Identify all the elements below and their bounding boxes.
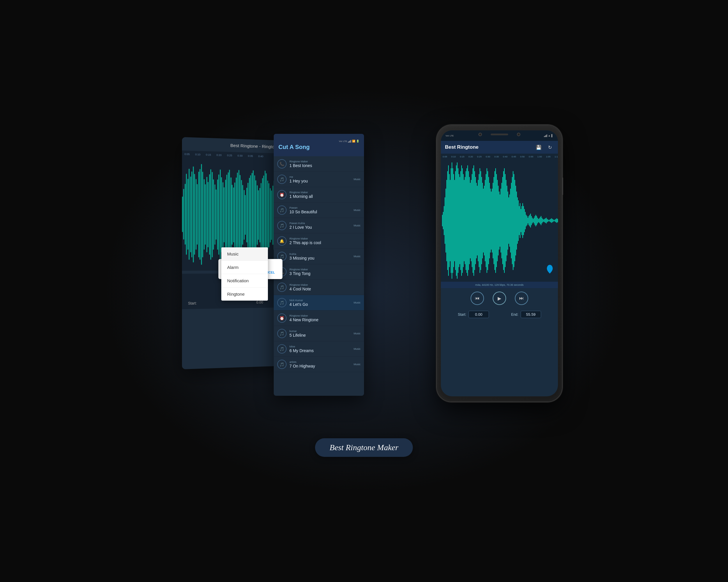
song-list-item[interactable]: 🎵 Kulria 3 Missing you Music xyxy=(274,249,364,264)
phone-end-input[interactable]: 55.59 xyxy=(521,311,541,318)
waveform-bar xyxy=(197,184,198,245)
waveform-bar xyxy=(497,180,498,261)
waveform-bar xyxy=(530,214,531,227)
waveform-bar xyxy=(224,187,225,242)
phone-play-button[interactable]: ▶ xyxy=(493,292,506,305)
phone-app-title: Best Ringtone xyxy=(445,144,478,150)
song-list-item[interactable]: 📞 Ringtone Maker 3 Ting Tong xyxy=(274,264,364,280)
song-list-item[interactable]: ⏰ Ringtone Maker 4 New Ringtone xyxy=(274,310,364,326)
song-maker: Mine xyxy=(289,345,352,348)
waveform-bar xyxy=(246,188,247,242)
waveform-bar xyxy=(555,219,555,222)
waveform-bar xyxy=(452,168,453,273)
waveform-bar xyxy=(495,168,496,273)
song-info: Nick Kumar 4 Let's Go xyxy=(289,299,352,307)
song-name: 3 Missing you xyxy=(289,256,352,260)
waveform-bar xyxy=(509,194,510,247)
song-type: Music xyxy=(354,255,361,258)
waveform-bar xyxy=(510,189,511,253)
song-icon: 🎵 xyxy=(277,360,287,369)
proximity-sensor xyxy=(517,133,520,136)
phone-waveform-area xyxy=(441,160,558,282)
waveform-bar xyxy=(451,168,451,273)
waveform-bar xyxy=(258,190,259,240)
song-list-item[interactable]: 🎵 Ringtone Maker 4 Cool Note xyxy=(274,280,364,295)
song-maker: Ringtone Maker xyxy=(289,283,359,286)
waveform-bar xyxy=(541,216,541,225)
back-start-value: 0.00 xyxy=(256,300,263,304)
waveform-bar xyxy=(492,189,492,253)
phone-prev-button[interactable]: ⏮ xyxy=(471,292,484,305)
battery-icon: 🔋 xyxy=(356,140,359,143)
waveform-bar xyxy=(447,171,448,270)
waveform-bar xyxy=(488,177,489,264)
waveform-bar xyxy=(457,162,458,279)
waveform-bar xyxy=(255,181,256,250)
phone-body: Vol LTE xyxy=(437,125,562,401)
bottom-label-container: Best Ringtone Maker xyxy=(315,438,413,457)
waveform-bar xyxy=(516,192,517,250)
waveform-bar xyxy=(534,218,535,223)
waveform-bar xyxy=(265,170,266,259)
dropdown-item-music[interactable]: Music xyxy=(221,247,268,261)
waveform-bar xyxy=(502,177,503,264)
dropdown-item-ringtone[interactable]: Ringtone xyxy=(221,287,268,301)
song-maker: Pawan xyxy=(289,206,352,209)
waveform-bar xyxy=(519,206,520,235)
song-list-item[interactable]: 🎵 me 1 Hey you Music xyxy=(274,172,364,187)
song-info: Kulria 3 Missing you xyxy=(289,253,352,260)
phone-header-icons: 💾 ↻ xyxy=(535,143,554,151)
song-list-item[interactable]: 🎵 artists 7 On Highway Music xyxy=(274,357,364,372)
song-list-item[interactable]: 🎵 Mine 6 My Dreams Music xyxy=(274,341,364,357)
phone-start-input[interactable]: 0.00 xyxy=(469,311,489,318)
waveform-bar xyxy=(453,174,454,267)
playhead-marker[interactable] xyxy=(547,265,553,273)
waveform-bar xyxy=(511,183,512,258)
dropdown-item-alarm[interactable]: Alarm xyxy=(221,261,268,274)
phone-status-left: Vol LTE xyxy=(445,134,454,137)
song-icon: 🎵 xyxy=(277,282,287,292)
waveform-bar xyxy=(521,209,521,232)
song-list-item[interactable]: ⏰ Ringtone Maker 1 Morning all xyxy=(274,187,364,202)
song-list-item[interactable]: 🔔 Ringtone Maker 2 This app is cool xyxy=(274,233,364,249)
waveform-bar xyxy=(542,218,542,223)
waveform-bar xyxy=(267,181,268,250)
bottom-label-text: Best Ringtone Maker xyxy=(330,443,398,452)
waveform-bar xyxy=(496,174,497,267)
phone-refresh-icon[interactable]: ↻ xyxy=(546,143,554,151)
phone-screen: Vol LTE xyxy=(441,130,558,396)
waveform-bar xyxy=(450,180,450,261)
waveform-bar xyxy=(205,184,206,244)
song-list-item[interactable]: 🎵 Pawan Kulria 2 I Love You Music xyxy=(274,218,364,233)
phone-camera-area xyxy=(478,133,520,136)
waveform-bar xyxy=(216,189,217,240)
waveform-bar xyxy=(472,174,472,267)
song-maker: me xyxy=(289,175,352,178)
phone-file-info: m4a, 44100 Hz, 129 kbps, 70.36 seconds xyxy=(441,282,558,288)
phone-next-button[interactable]: ⏭ xyxy=(515,292,528,305)
waveform-bar xyxy=(466,171,466,270)
waveform-bar xyxy=(484,186,485,255)
waveform-bar xyxy=(262,178,263,252)
phone-save-icon[interactable]: 💾 xyxy=(535,143,543,151)
waveform-bar xyxy=(500,194,500,247)
song-info: artists 7 On Highway xyxy=(289,361,352,368)
dropdown-item-notification[interactable]: Notification xyxy=(221,274,268,287)
song-maker: Ringtone Maker xyxy=(289,237,359,240)
song-list-item[interactable]: 🎵 Nick Kumar 4 Let's Go Music xyxy=(274,295,364,310)
song-list-item[interactable]: 🎵 Pawan 10 So Beautiful Music xyxy=(274,202,364,218)
waveform-bar xyxy=(458,168,458,273)
song-maker: artists xyxy=(289,361,352,363)
waveform-bar xyxy=(253,170,254,259)
song-list-item[interactable]: 📞 Ringtone Maker 1 Best tones xyxy=(274,156,364,172)
song-info: Pawan 10 So Beautiful xyxy=(289,206,352,214)
waveform-bar xyxy=(443,212,443,229)
waveform-bar xyxy=(480,171,481,270)
waveform-bar xyxy=(193,166,193,262)
waveform-bar xyxy=(467,165,468,276)
middle-screen: Vol LTE 📶 🔋 Cut A Song 📞 Ringtone Maker xyxy=(274,134,364,396)
waveform-bar xyxy=(551,218,552,223)
song-maker: Ringtone Maker xyxy=(289,314,359,317)
song-list-item[interactable]: 🎵 kumar 5 Lifeline Music xyxy=(274,326,364,341)
waveform-bar xyxy=(500,189,501,253)
